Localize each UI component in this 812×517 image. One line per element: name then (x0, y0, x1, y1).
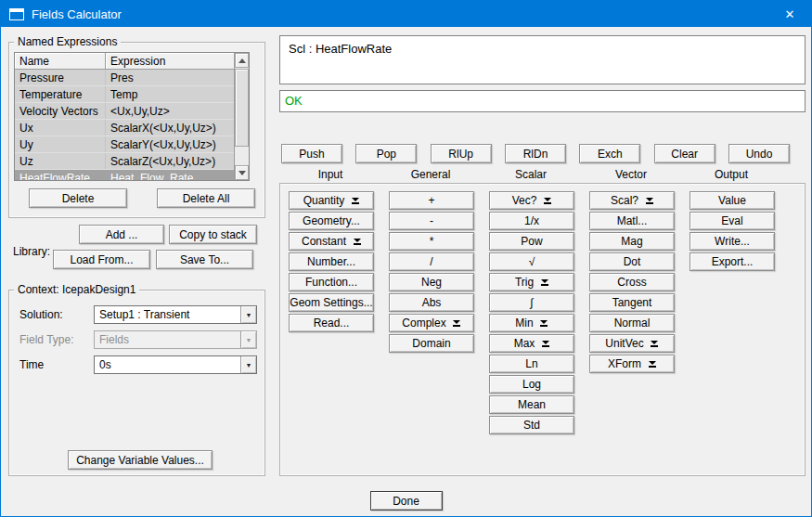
menu-arrow-icon (645, 198, 653, 204)
column-header-name[interactable]: Name (15, 53, 106, 70)
calc-button-matl[interactable]: Matl... (589, 212, 675, 230)
calc-button-geometry[interactable]: Geometry... (289, 212, 374, 230)
calc-button-pow[interactable]: Pow (489, 232, 574, 251)
calc-button-reciprocal[interactable]: 1/x (489, 212, 574, 230)
calc-button-neg[interactable]: Neg (389, 273, 474, 291)
calc-button-sqrt[interactable]: √ (489, 252, 574, 271)
app-icon[interactable] (9, 8, 24, 20)
calc-button-label: Log (522, 378, 541, 391)
scroll-up-icon[interactable] (235, 53, 249, 68)
copy-to-stack-button[interactable]: Copy to stack (169, 225, 257, 244)
cell-expression[interactable]: ScalarY(<Ux,Uy,Uz>) (106, 136, 234, 152)
rldn-label: RlDn (523, 148, 548, 161)
calc-button-label: Quantity (303, 194, 345, 207)
cell-name[interactable]: Velocity Vectors (15, 103, 106, 119)
calc-button-value[interactable]: Value (690, 191, 775, 210)
calc-button-log[interactable]: Log (489, 375, 574, 394)
calc-button-vec-query[interactable]: Vec? (489, 191, 574, 210)
delete-button[interactable]: Delete (29, 188, 127, 208)
cell-name[interactable]: Pressure (15, 70, 106, 85)
time-combobox[interactable]: 0s ▼ (94, 355, 257, 374)
delete-button-label: Delete (62, 192, 95, 205)
rlup-button[interactable]: RlUp (431, 144, 492, 163)
combo-arrow-icon[interactable]: ▼ (240, 306, 256, 323)
cell-name[interactable]: HeatFlowRate (15, 170, 106, 180)
titlebar[interactable]: Fields Calculator ✕ (1, 1, 811, 27)
calc-button-function[interactable]: Function... (289, 273, 374, 291)
delete-all-button[interactable]: Delete All (157, 188, 255, 208)
close-icon[interactable]: ✕ (768, 1, 811, 27)
calc-button-abs[interactable]: Abs (389, 293, 474, 312)
solution-combobox[interactable]: Setup1 : Transient ▼ (94, 305, 257, 324)
table-row[interactable]: Temperature Temp (15, 86, 234, 103)
table-row-selected[interactable]: HeatFlowRate Heat_Flow_Rate (15, 170, 234, 180)
library-label: Library: (13, 245, 50, 258)
cell-expression[interactable]: Heat_Flow_Rate (106, 170, 234, 180)
cell-expression[interactable]: ScalarZ(<Ux,Uy,Uz>) (106, 153, 234, 169)
menu-arrow-icon (541, 341, 549, 347)
calc-button-mean[interactable]: Mean (489, 395, 574, 414)
calc-button-domain[interactable]: Domain (389, 334, 474, 353)
table-row[interactable]: Velocity Vectors <Ux,Uy,Uz> (15, 103, 234, 120)
calc-button-number[interactable]: Number... (289, 252, 374, 271)
table-row[interactable]: Ux ScalarX(<Ux,Uy,Uz>) (15, 120, 234, 136)
clear-button[interactable]: Clear (654, 144, 715, 163)
calc-button-label: Normal (614, 317, 651, 330)
calc-button-mag[interactable]: Mag (589, 232, 675, 251)
table-scrollbar[interactable] (234, 53, 249, 180)
cell-name[interactable]: Uz (15, 153, 106, 169)
undo-button[interactable]: Undo (728, 144, 790, 163)
cell-expression[interactable]: <Ux,Uy,Uz> (106, 103, 234, 119)
change-variable-values-button[interactable]: Change Variable Values... (68, 450, 213, 470)
calc-button-minus[interactable]: - (389, 212, 474, 230)
cell-name[interactable]: Ux (15, 120, 106, 136)
rldn-button[interactable]: RlDn (505, 144, 566, 163)
calc-button-geom-settings[interactable]: Geom Settings... (289, 293, 374, 312)
calc-button-xform[interactable]: XForm (589, 355, 675, 373)
calc-button-min[interactable]: Min (489, 314, 574, 332)
calc-button-ln[interactable]: Ln (489, 355, 574, 373)
calc-button-write[interactable]: Write... (690, 232, 775, 251)
calc-button-multiply[interactable]: * (389, 232, 474, 251)
calc-button-complex[interactable]: Complex (389, 314, 474, 332)
calc-button-scal-query[interactable]: Scal? (589, 191, 675, 210)
calc-button-tangent[interactable]: Tangent (589, 293, 675, 312)
calc-button-constant[interactable]: Constant (289, 232, 374, 251)
combo-arrow-icon[interactable]: ▼ (240, 356, 256, 373)
table-row[interactable]: Uy ScalarY(<Ux,Uy,Uz>) (15, 136, 234, 153)
cell-expression[interactable]: ScalarX(<Ux,Uy,Uz>) (106, 120, 234, 136)
scrollbar-thumb[interactable] (235, 69, 249, 147)
calc-button-label: Read... (314, 317, 350, 330)
calc-button-cross[interactable]: Cross (589, 273, 675, 291)
calc-button-eval[interactable]: Eval (690, 212, 775, 230)
table-row[interactable]: Uz ScalarZ(<Ux,Uy,Uz>) (15, 153, 234, 170)
cell-expression[interactable]: Pres (106, 70, 234, 85)
column-header-expression[interactable]: Expression (106, 53, 234, 70)
calc-button-quantity[interactable]: Quantity (289, 191, 374, 210)
calc-button-plus[interactable]: + (389, 191, 474, 210)
undo-label: Undo (746, 148, 773, 161)
pop-button[interactable]: Pop (355, 144, 417, 163)
calc-button-read[interactable]: Read... (289, 314, 374, 332)
calc-button-max[interactable]: Max (489, 334, 574, 353)
library-add-button[interactable]: Add ... (79, 225, 164, 244)
calc-button-normal[interactable]: Normal (589, 314, 675, 332)
exch-button[interactable]: Exch (579, 144, 640, 163)
cell-expression[interactable]: Temp (106, 86, 234, 102)
push-button[interactable]: Push (281, 144, 342, 163)
scroll-down-icon[interactable] (235, 165, 249, 180)
save-to-button[interactable]: Save To... (156, 250, 253, 269)
calc-button-label: Mag (621, 235, 642, 248)
done-button[interactable]: Done (370, 491, 443, 511)
cell-name[interactable]: Temperature (15, 86, 106, 102)
calc-button-integral[interactable]: ∫ (489, 293, 574, 312)
cell-name[interactable]: Uy (15, 136, 106, 152)
load-from-button[interactable]: Load From... (53, 250, 150, 269)
calc-button-export[interactable]: Export... (690, 252, 775, 271)
calc-button-std[interactable]: Std (489, 416, 574, 434)
calc-button-trig[interactable]: Trig (489, 273, 574, 291)
calc-button-divide[interactable]: / (389, 252, 474, 271)
calc-button-dot[interactable]: Dot (589, 252, 675, 271)
calc-button-unitvec[interactable]: UnitVec (589, 334, 675, 353)
table-row[interactable]: Pressure Pres (15, 70, 234, 86)
